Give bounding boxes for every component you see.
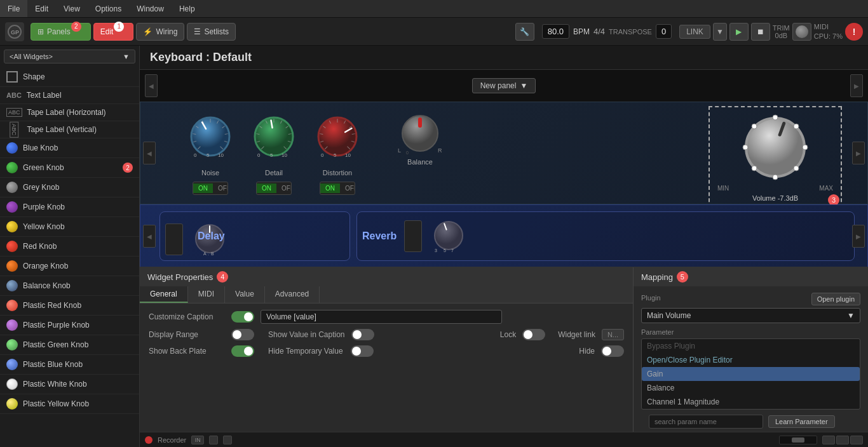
sidebar-item-label: Green Knob [23, 163, 64, 172]
transpose-value[interactable]: 0 [656, 24, 672, 39]
menu-edit[interactable]: Edit [27, 0, 56, 17]
lock-toggle[interactable] [522, 329, 545, 340]
volume-knob-svg[interactable] [740, 112, 810, 182]
noise-on-off[interactable]: ON OFF [193, 182, 228, 195]
sidebar-item-plastic-yellow-knob[interactable]: Plastic Yellow Knob [0, 394, 139, 414]
distortion-on-label[interactable]: ON [320, 183, 340, 193]
status-btn-1[interactable] [209, 436, 218, 444]
instr-panel-right-nav[interactable]: ▶ [852, 142, 865, 164]
menu-view[interactable]: View [56, 0, 88, 17]
panels-button[interactable]: ⊞ Panels 2 [31, 23, 91, 41]
plugin-dropdown[interactable]: Main Volume ▼ [641, 308, 860, 323]
red-knob-icon [6, 241, 18, 252]
edit-button[interactable]: Edit 1 [93, 23, 134, 41]
tab-general[interactable]: General [140, 286, 188, 303]
sidebar-filter-dropdown[interactable]: <All Widgets> ▼ [4, 50, 135, 63]
layout-btn-1[interactable] [822, 436, 835, 444]
blue-panel-right-nav[interactable]: ▶ [852, 225, 865, 248]
wrench-button[interactable]: 🔧 [515, 23, 534, 41]
detail-off-label[interactable]: OFF [276, 183, 292, 193]
sidebar-item-plastic-blue-knob[interactable]: Plastic Blue Knob [0, 355, 139, 375]
tab-value[interactable]: Value [225, 286, 265, 303]
play-button[interactable]: ▶ [729, 23, 749, 41]
search-param-input[interactable] [649, 415, 763, 429]
noise-knob-svg[interactable]: 0 5 10 [185, 111, 236, 162]
widget-link-input[interactable]: N... [602, 329, 624, 340]
sidebar-item-tape-v[interactable]: ABC Tape Label (Vertical) [0, 121, 139, 138]
distortion-off-label[interactable]: OFF [340, 183, 355, 193]
sidebar-item-text-label[interactable]: ABC Text Label [0, 87, 139, 104]
detail-on-off[interactable]: ON OFF [256, 182, 292, 195]
alert-button[interactable]: ! [845, 23, 863, 41]
noise-on-label[interactable]: ON [193, 183, 213, 193]
param-gain[interactable]: Gain [642, 367, 860, 381]
reverb-toggle-widget[interactable] [404, 220, 422, 252]
wiring-button[interactable]: ⚡ Wiring [136, 23, 184, 41]
tab-midi[interactable]: MIDI [188, 286, 225, 303]
trim-value: 0dB [773, 32, 790, 39]
balance-knob-svg[interactable]: L R 0 [395, 111, 445, 156]
panel-right-nav[interactable]: ▶ [850, 74, 863, 97]
sidebar-item-plastic-green-knob[interactable]: Plastic Green Knob [0, 335, 139, 355]
new-panel-button[interactable]: New panel ▼ [472, 78, 536, 93]
customize-caption-toggle[interactable] [231, 311, 254, 323]
sidebar-item-green-knob[interactable]: Green Knob 2 [0, 158, 139, 178]
main-layout: <All Widgets> ▼ Shape ABC Text Label ABC… [0, 46, 868, 447]
sidebar-item-plastic-purple-knob[interactable]: Plastic Purple Knob [0, 316, 139, 335]
status-in-btn[interactable]: IN [191, 436, 204, 444]
mapping-title-group: Mapping 5 [641, 271, 688, 283]
setlists-button[interactable]: ☰ Setlists [187, 23, 236, 41]
detail-on-label[interactable]: ON [257, 183, 276, 193]
menu-options[interactable]: Options [88, 0, 129, 17]
panel-left-nav[interactable]: ◀ [145, 74, 158, 97]
hide-temp-toggle[interactable] [351, 345, 374, 357]
noise-off-label[interactable]: OFF [213, 183, 228, 193]
sidebar-item-yellow-knob[interactable]: Yellow Knob [0, 217, 139, 237]
sidebar-item-orange-knob[interactable]: Orange Knob [0, 257, 139, 276]
wiring-icon: ⚡ [143, 27, 153, 36]
show-back-plate-toggle[interactable] [231, 345, 254, 357]
volume-knob-toolbar[interactable] [792, 23, 811, 41]
param-bypass-plugin[interactable]: Bypass Plugin [642, 339, 860, 353]
caption-input[interactable] [261, 310, 502, 324]
menu-file[interactable]: File [0, 0, 27, 17]
sidebar-item-blue-knob[interactable]: Blue Knob [0, 138, 139, 158]
instr-panel-left-nav[interactable]: ◀ [143, 142, 156, 164]
delay-toggle-widget[interactable] [165, 223, 183, 255]
status-btn-2[interactable] [223, 436, 232, 444]
sidebar-item-purple-knob[interactable]: Purple Knob [0, 197, 139, 217]
transport-dropdown[interactable]: ▼ [713, 23, 727, 41]
distortion-on-off[interactable]: ON OFF [320, 182, 355, 195]
reverb-section: Reverb 3 5 7 [356, 211, 855, 261]
layout-btn-3[interactable] [850, 436, 863, 444]
show-value-toggle[interactable] [351, 329, 374, 340]
sidebar-item-shape[interactable]: Shape [0, 67, 139, 87]
sidebar-item-plastic-white-knob[interactable]: Plastic White Knob [0, 375, 139, 394]
reverb-knob-small[interactable]: 3 5 7 [430, 217, 468, 257]
sidebar-item-label: Plastic White Knob [23, 380, 87, 389]
detail-knob-svg[interactable]: 0 5 10 [248, 111, 299, 162]
menu-window[interactable]: Window [129, 0, 172, 17]
distortion-knob-svg[interactable]: 0 5 10 [312, 111, 363, 162]
bpm-value[interactable]: 80.0 [542, 24, 569, 39]
link-button[interactable]: LINK [679, 25, 710, 39]
param-channel-magnitude[interactable]: Channel 1 Magnitude [642, 395, 860, 409]
sidebar-item-red-knob[interactable]: Red Knob [0, 237, 139, 257]
tab-advanced[interactable]: Advanced [265, 286, 320, 303]
display-range-toggle[interactable] [231, 329, 254, 340]
param-balance[interactable]: Balance [642, 381, 860, 395]
open-plugin-button[interactable]: Open plugin [811, 293, 860, 305]
scroll-bar-bottom[interactable] [779, 436, 817, 444]
sidebar-item-grey-knob[interactable]: Grey Knob [0, 178, 139, 197]
sidebar-item-balance-knob[interactable]: Balance Knob [0, 276, 139, 296]
param-open-close[interactable]: Open/Close Plugin Editor [642, 353, 860, 367]
svg-text:R: R [438, 147, 442, 154]
stop-button[interactable]: ⏹ [751, 23, 770, 41]
learn-param-button[interactable]: Learn Parameter [768, 415, 835, 428]
blue-panel-left-nav[interactable]: ◀ [143, 225, 156, 248]
sidebar-item-plastic-red-knob[interactable]: Plastic Red Knob [0, 296, 139, 316]
menu-help[interactable]: Help [172, 0, 203, 17]
sidebar-item-tape-h[interactable]: ABC Tape Label (Horizontal) [0, 104, 139, 121]
layout-btn-2[interactable] [836, 436, 849, 444]
hide-toggle[interactable] [601, 345, 624, 357]
